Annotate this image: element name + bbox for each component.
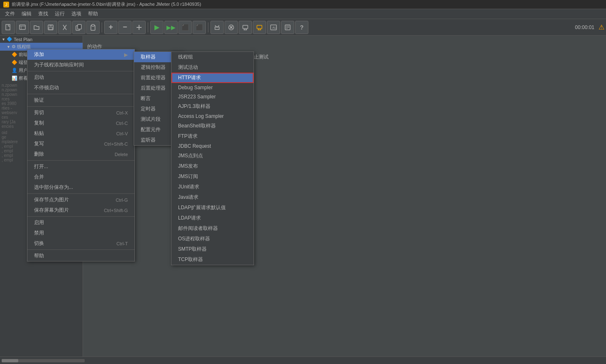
ctx-delete[interactable]: 删除 Delete xyxy=(27,149,134,159)
start-button[interactable]: ▶ xyxy=(150,21,164,34)
sep4 xyxy=(27,160,134,161)
sampler-ftp[interactable]: FTP请求 xyxy=(171,131,254,142)
sampler-os-process[interactable]: OS进程取样器 xyxy=(171,234,254,244)
start-no-pause-button[interactable]: ▶▶ xyxy=(164,21,178,34)
testplan-label: Test Plan xyxy=(14,37,32,42)
ctx-save-selection[interactable]: 选中部分保存为... xyxy=(27,182,134,193)
svg-rect-23 xyxy=(257,25,262,29)
ctx-duplicate[interactable]: 复写 Ctrl+Shift-C xyxy=(27,139,134,149)
menu-edit[interactable]: 编辑 xyxy=(18,10,35,18)
ctx-merge[interactable]: 合并 xyxy=(27,172,134,182)
ctx-cut[interactable]: 剪切 Ctrl-X xyxy=(27,107,134,118)
ctx-start[interactable]: 启动 xyxy=(27,72,134,83)
ctx-validate[interactable]: 验证 xyxy=(27,95,134,105)
open-button[interactable] xyxy=(30,21,43,34)
svg-rect-1 xyxy=(20,25,25,29)
expand-button[interactable] xyxy=(132,21,146,34)
elapsed-time: 00:00:01 xyxy=(575,24,598,30)
menu-run[interactable]: 运行 xyxy=(51,10,68,18)
templates-button[interactable] xyxy=(16,21,29,34)
add-button[interactable]: + xyxy=(104,21,117,34)
sampler-jms-point[interactable]: JMS点到点 xyxy=(171,151,254,161)
ctx-enable[interactable]: 启用 xyxy=(27,217,134,228)
ctx-disable[interactable]: 禁用 xyxy=(27,228,134,238)
separator-3 xyxy=(208,22,208,32)
sep1 xyxy=(27,71,134,71)
remote-all-button[interactable]: ALL xyxy=(267,21,280,34)
sampler-ldap-extended[interactable]: LDAP扩展请求默认值 xyxy=(171,203,254,213)
sampler-junit[interactable]: JUnit请求 xyxy=(171,182,254,192)
sampler-jsr223[interactable]: JSR223 Sampler xyxy=(171,92,254,101)
status-scroll xyxy=(2,359,604,362)
status-bar xyxy=(0,357,606,364)
action-section-label: 的动作 xyxy=(87,43,602,50)
sampler-jdbc[interactable]: JDBC Request xyxy=(171,142,254,151)
expand-icon2: ▼ xyxy=(7,45,10,49)
save-button[interactable] xyxy=(44,21,57,34)
sep5 xyxy=(27,193,134,194)
menu-help[interactable]: 帮助 xyxy=(85,10,101,18)
svg-rect-0 xyxy=(6,24,10,30)
sampler-ldap[interactable]: LDAP请求 xyxy=(171,213,254,223)
ctx-start-no-pause[interactable]: 不停顿启动 xyxy=(27,83,134,93)
view-label: 察看 xyxy=(19,75,28,81)
copy-button[interactable] xyxy=(72,21,86,34)
sampler-mail-reader[interactable]: 邮件阅读者取样器 xyxy=(171,223,254,234)
menu-file[interactable]: 文件 xyxy=(2,10,18,18)
ctx-copy[interactable]: 复制 Ctrl-C xyxy=(27,118,134,128)
ctx-paste[interactable]: 粘贴 Ctrl-V xyxy=(27,128,134,139)
svg-rect-6 xyxy=(49,27,52,29)
sampler-tcp[interactable]: TCP取样器 xyxy=(171,254,254,265)
horizontal-scrollbar[interactable] xyxy=(2,359,85,362)
window-title: 前调登录.jmx (F:\Jmeter\apache-jmeter-5.0\bi… xyxy=(12,1,201,7)
remote-stop-button[interactable] xyxy=(253,21,266,34)
toolbar: + − ▶ ▶▶ ⬛ ⬛ ALL ? 00:00:01 ⚠ xyxy=(0,19,606,36)
app-icon: J xyxy=(3,2,9,7)
expand-icon: ▼ xyxy=(2,37,5,42)
sampler-smtp[interactable]: SMTP取样器 xyxy=(171,244,254,254)
ctx-save-node-image[interactable]: 保存节点为图片 Ctrl-G xyxy=(27,195,134,205)
arrow-icon: ▶ xyxy=(124,52,128,58)
stop-button[interactable]: ⬛ xyxy=(178,21,192,34)
svg-rect-5 xyxy=(49,25,52,27)
sampler-test-activity[interactable]: 测试活动 xyxy=(171,62,254,73)
sampler-jms-subscribe[interactable]: JMS订阅 xyxy=(171,171,254,182)
svg-rect-12 xyxy=(92,24,94,26)
threadgroup-icon: ⚙ xyxy=(12,44,16,49)
ctx-help[interactable]: 帮助 xyxy=(27,251,134,261)
sampler-access-log[interactable]: Access Log Sampler xyxy=(171,112,254,121)
cut-button[interactable] xyxy=(58,21,71,34)
shutdown-button[interactable]: ⬛ xyxy=(193,21,206,34)
sampler-http[interactable]: HTTP请求 xyxy=(171,73,254,83)
ctx-open[interactable]: 打开... xyxy=(27,161,134,172)
title-bar: J 前调登录.jmx (F:\Jmeter\apache-jmeter-5.0\… xyxy=(0,0,606,9)
ctx-toggle[interactable]: 切换 Ctrl-T xyxy=(27,238,134,249)
remote-start-button[interactable] xyxy=(239,21,252,34)
scrollbar-thumb[interactable] xyxy=(2,359,18,362)
function-helper-button[interactable] xyxy=(281,21,294,34)
clear-button[interactable] xyxy=(210,21,224,34)
sampler-thread-group[interactable]: 线程组 xyxy=(171,52,254,62)
testplan-icon: 🔷 xyxy=(7,37,12,42)
remove-button[interactable]: − xyxy=(118,21,132,34)
separator-2 xyxy=(148,22,148,32)
separator-1 xyxy=(102,22,102,32)
sampler-ajp[interactable]: AJP/1.3取样器 xyxy=(171,101,254,112)
clear-all-button[interactable] xyxy=(225,21,238,34)
sampler-jms-publish[interactable]: JMS发布 xyxy=(171,161,254,171)
sampler-debug[interactable]: Debug Sampler xyxy=(171,83,254,92)
sampler-java[interactable]: Java请求 xyxy=(171,192,254,203)
menu-find[interactable]: 查找 xyxy=(35,10,51,18)
sidebar-item-testplan[interactable]: ▼ 🔷 Test Plan xyxy=(0,36,83,43)
svg-rect-19 xyxy=(243,25,248,29)
help-button[interactable]: ? xyxy=(295,21,308,34)
menu-options[interactable]: 选项 xyxy=(68,10,85,18)
ctx-save-screen-image[interactable]: 保存屏幕为图片 Ctrl+Shift-G xyxy=(27,205,134,215)
paste-button[interactable] xyxy=(86,21,100,34)
new-button[interactable] xyxy=(2,21,15,34)
ctx-add-response-time[interactable]: 为子线程添加响应时间 xyxy=(27,60,134,70)
sampler-beanshell[interactable]: BeanShell取样器 xyxy=(171,121,254,131)
ctx-add[interactable]: 添加 ▶ xyxy=(27,49,134,60)
user-icon: 👤 xyxy=(12,68,17,73)
submenu-sampler: 线程组 测试活动 HTTP请求 Debug Sampler JSR223 Sam… xyxy=(171,51,254,265)
